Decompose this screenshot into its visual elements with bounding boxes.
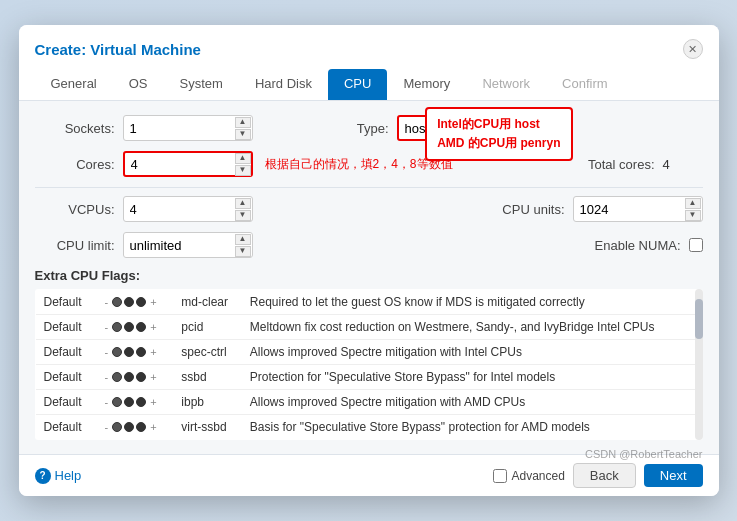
cpu-units-input[interactable]	[573, 196, 703, 222]
flag-dot2-4	[124, 397, 134, 407]
tab-system[interactable]: System	[164, 69, 239, 100]
flag-desc-2: Allows improved Spectre mitigation with …	[242, 340, 702, 365]
vcpus-cpuunits-row: VCPUs: ▲ ▼ CPU units: ▲ ▼	[35, 196, 703, 222]
flag-toggle-3: - +	[95, 365, 174, 390]
table-row: Default - + virt-ssbd Basis for "Specula…	[35, 415, 702, 440]
table-row: Default - + md-clear Required to let the…	[35, 290, 702, 315]
cores-input-wrap: ▲ ▼	[123, 151, 253, 177]
flags-table: Default - + md-clear Required to let the…	[35, 289, 703, 440]
cpulimit-numa-row: CPU limit: ▲ ▼ Enable NUMA:	[35, 232, 703, 258]
dialog-footer: ? Help Advanced Back Next	[19, 454, 719, 496]
flag-desc-4: Allows improved Spectre mitigation with …	[242, 390, 702, 415]
cpu-units-down[interactable]: ▼	[685, 210, 701, 221]
flag-desc-1: Meltdown fix cost reduction on Westmere,…	[242, 315, 702, 340]
flag-plus-4[interactable]: +	[148, 396, 158, 408]
sockets-label: Sockets:	[35, 121, 115, 136]
extra-flags-label: Extra CPU Flags:	[35, 268, 703, 283]
vcpus-down[interactable]: ▼	[235, 210, 251, 221]
close-button[interactable]: ✕	[683, 39, 703, 59]
flag-toggle-4: - +	[95, 390, 174, 415]
next-button[interactable]: Next	[644, 464, 703, 487]
flag-desc-3: Protection for "Speculative Store Bypass…	[242, 365, 702, 390]
flag-dot3-0	[136, 297, 146, 307]
enable-numa-checkbox[interactable]	[689, 238, 703, 252]
flag-minus-4[interactable]: -	[103, 396, 111, 408]
flag-dot3-5	[136, 422, 146, 432]
advanced-checkbox[interactable]	[493, 469, 507, 483]
sockets-input[interactable]	[123, 115, 253, 141]
tab-bar: General OS System Hard Disk CPU Memory N…	[35, 69, 703, 100]
sockets-type-row: Sockets: ▲ ▼ Type: ✕ ▼ Intel的CPU用 host A…	[35, 115, 703, 141]
flag-dot3-2	[136, 347, 146, 357]
flag-default-0: Default	[35, 290, 95, 315]
tab-cpu[interactable]: CPU	[328, 69, 387, 100]
flag-name-0: md-clear	[173, 290, 241, 315]
flag-toggle-5: - +	[95, 415, 174, 440]
tab-memory[interactable]: Memory	[387, 69, 466, 100]
flag-dot2-5	[124, 422, 134, 432]
flag-desc-5: Basis for "Speculative Store Bypass" pro…	[242, 415, 702, 440]
cpu-limit-input[interactable]	[123, 232, 253, 258]
table-row: Default - + ibpb Allows improved Spectre…	[35, 390, 702, 415]
flag-dot2-3	[124, 372, 134, 382]
cpu-units-label: CPU units:	[485, 202, 565, 217]
cpu-limit-spinners: ▲ ▼	[235, 232, 251, 258]
back-button[interactable]: Back	[573, 463, 636, 488]
flag-dot1-4	[112, 397, 122, 407]
flag-dot1-5	[112, 422, 122, 432]
tab-confirm[interactable]: Confirm	[546, 69, 624, 100]
cpu-units-input-wrap: ▲ ▼	[573, 196, 703, 222]
tab-network[interactable]: Network	[466, 69, 546, 100]
cpu-limit-down[interactable]: ▼	[235, 246, 251, 257]
flag-default-2: Default	[35, 340, 95, 365]
cpu-units-up[interactable]: ▲	[685, 198, 701, 209]
flag-minus-0[interactable]: -	[103, 296, 111, 308]
flag-toggle-0: - +	[95, 290, 174, 315]
flag-default-1: Default	[35, 315, 95, 340]
tab-os[interactable]: OS	[113, 69, 164, 100]
sockets-up[interactable]: ▲	[235, 117, 251, 128]
tab-general[interactable]: General	[35, 69, 113, 100]
cpu-type-tooltip: Intel的CPU用 host AMD 的CPU用 penryn	[425, 107, 572, 161]
flag-default-4: Default	[35, 390, 95, 415]
flag-default-5: Default	[35, 415, 95, 440]
flag-dot2-1	[124, 322, 134, 332]
flag-plus-1[interactable]: +	[148, 321, 158, 333]
flag-plus-2[interactable]: +	[148, 346, 158, 358]
cpu-limit-input-wrap: ▲ ▼	[123, 232, 253, 258]
sockets-down[interactable]: ▼	[235, 129, 251, 140]
flags-scroll-area: Default - + md-clear Required to let the…	[35, 289, 703, 440]
flag-minus-1[interactable]: -	[103, 321, 111, 333]
cores-input[interactable]	[123, 151, 253, 177]
sockets-input-wrap: ▲ ▼	[123, 115, 253, 141]
help-button[interactable]: ? Help	[35, 468, 82, 484]
tab-harddisk[interactable]: Hard Disk	[239, 69, 328, 100]
scrollbar-thumb[interactable]	[695, 299, 703, 339]
flag-dot3-3	[136, 372, 146, 382]
flag-name-4: ibpb	[173, 390, 241, 415]
vcpus-input-wrap: ▲ ▼	[123, 196, 253, 222]
cores-down[interactable]: ▼	[235, 165, 251, 176]
vcpus-input[interactable]	[123, 196, 253, 222]
flag-plus-5[interactable]: +	[148, 421, 158, 433]
flag-dot3-1	[136, 322, 146, 332]
create-vm-dialog: Create: Virtual Machine ✕ General OS Sys…	[19, 25, 719, 496]
vcpus-up[interactable]: ▲	[235, 198, 251, 209]
flag-default-3: Default	[35, 365, 95, 390]
flag-minus-3[interactable]: -	[103, 371, 111, 383]
cpu-limit-up[interactable]: ▲	[235, 234, 251, 245]
scrollbar[interactable]	[695, 289, 703, 440]
flag-dot1-1	[112, 322, 122, 332]
cores-spinners: ▲ ▼	[235, 151, 251, 177]
flag-plus-3[interactable]: +	[148, 371, 158, 383]
sockets-spinners: ▲ ▼	[235, 115, 251, 141]
cores-up[interactable]: ▲	[235, 153, 251, 164]
flag-toggle-1: - +	[95, 315, 174, 340]
type-label: Type:	[309, 121, 389, 136]
flag-dot2-0	[124, 297, 134, 307]
footer-right: Advanced Back Next	[493, 463, 702, 488]
table-row: Default - + pcid Meltdown fix cost reduc…	[35, 315, 702, 340]
flag-plus-0[interactable]: +	[148, 296, 158, 308]
flag-minus-2[interactable]: -	[103, 346, 111, 358]
flag-minus-5[interactable]: -	[103, 421, 111, 433]
